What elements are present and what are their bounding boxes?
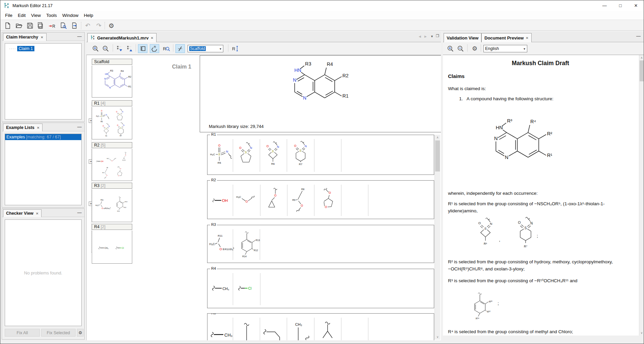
zoom-out-button[interactable]: [101, 44, 110, 53]
rgroup-panel-r1[interactable]: R1: [207, 135, 434, 175]
tab-claim-hierarchy[interactable]: Claim Hierarchy ✕: [3, 33, 47, 41]
preview-zoom-in-button[interactable]: [446, 44, 455, 53]
r5-structure-4[interactable]: CH₃: [288, 317, 312, 340]
thumb-header-scaffold[interactable]: Scaffold: [92, 59, 132, 65]
r2-structure-1[interactable]: [208, 183, 232, 216]
view-mode-combobox[interactable]: Scaffold ▾: [188, 45, 223, 52]
tab-checker-view[interactable]: Checker View ✕: [3, 209, 41, 217]
thumb-scaffold[interactable]: [92, 65, 132, 98]
rgroup-panel-r5[interactable]: R5 CH₃ CH₃: [207, 313, 434, 340]
save-button[interactable]: [25, 21, 35, 30]
scrollbar-thumb[interactable]: [640, 60, 644, 81]
r4-structure-2[interactable]: [234, 274, 257, 301]
r1-structure-4[interactable]: [288, 138, 313, 171]
r5-structure-5[interactable]: [315, 317, 339, 340]
panel-collapse-button[interactable]: —: [77, 34, 82, 39]
r3-structure-1[interactable]: [206, 229, 236, 260]
checker-settings-button[interactable]: ⚙: [77, 329, 84, 337]
r3-structure-2[interactable]: [235, 227, 261, 260]
tab-close-icon[interactable]: ✕: [36, 212, 38, 215]
tab-validation-view[interactable]: Validation View: [444, 33, 481, 42]
language-combobox[interactable]: English ▾: [483, 45, 527, 52]
r2-structure-5[interactable]: [315, 183, 339, 216]
thumb-header-r4[interactable]: R4 [2]: [92, 224, 132, 230]
thumb-header-r3[interactable]: R3 [2]: [92, 183, 132, 189]
scaffold-canvas[interactable]: Markush library size: 29,744: [200, 55, 441, 132]
examples-row[interactable]: Examples [matching: 67 / 67]: [5, 134, 81, 140]
r5-structure-3[interactable]: [261, 317, 285, 340]
tab-close-icon[interactable]: ✕: [37, 126, 39, 130]
scroll-up-icon[interactable]: ∧: [639, 55, 644, 60]
r2-structure-2[interactable]: [234, 183, 258, 216]
preview-settings-button[interactable]: ⚙: [470, 44, 479, 53]
thumb-r4[interactable]: [92, 231, 132, 264]
r1-structure-2[interactable]: [234, 138, 258, 171]
r4-structure-1[interactable]: [208, 274, 232, 301]
menu-window[interactable]: Window: [60, 12, 81, 19]
thumb-header-r2[interactable]: R2 [5]: [92, 142, 132, 148]
scrollbar-thumb[interactable]: [435, 140, 440, 171]
tabs-prev-icon[interactable]: ◀: [419, 35, 421, 38]
tab-example-lists[interactable]: Example Lists ✕: [3, 124, 43, 131]
close-button[interactable]: ✕: [628, 0, 644, 11]
menu-file[interactable]: File: [2, 12, 15, 19]
r5-structure-2[interactable]: [234, 317, 258, 340]
rgroup-panel-r2[interactable]: R2: [207, 180, 434, 219]
thumb-r1[interactable]: [92, 107, 132, 139]
thumb-r3[interactable]: [92, 189, 132, 222]
scroll-down-icon[interactable]: ∨: [435, 334, 440, 340]
thumb-header-r1[interactable]: R1 [4]: [92, 100, 132, 106]
tab-document-preview[interactable]: Document Preview ✕: [481, 33, 532, 42]
rgroup-panel-r4[interactable]: R4: [207, 269, 434, 308]
expand-all-button[interactable]: [115, 44, 124, 53]
collapse-all-button[interactable]: [125, 44, 135, 53]
scroll-up-icon[interactable]: ∧: [435, 135, 440, 140]
tree-item-claim1[interactable]: Claim 1: [17, 46, 34, 51]
panel-collapse-button[interactable]: —: [77, 210, 82, 215]
rgroup-panel-r3[interactable]: R3: [207, 225, 434, 263]
menu-edit[interactable]: Edit: [15, 12, 28, 19]
r1-structure-3[interactable]: [261, 138, 285, 171]
toggle-panel-view-button[interactable]: [138, 44, 147, 53]
panel-collapse-button[interactable]: —: [636, 33, 641, 38]
r2-structure-3[interactable]: [261, 183, 285, 216]
rgroup-query-button[interactable]: R: [162, 44, 171, 53]
minimize-button[interactable]: —: [597, 0, 612, 11]
toggle-rgroup-view-button[interactable]: R: [150, 44, 159, 53]
menu-tools[interactable]: Tools: [44, 12, 60, 19]
fix-selected-button[interactable]: Fix Selected: [41, 329, 76, 337]
rgroup-bridge-button[interactable]: R: [231, 44, 240, 53]
tab-close-icon[interactable]: ✕: [150, 36, 153, 40]
save-all-button[interactable]: [36, 21, 46, 30]
check-document-button[interactable]: [59, 21, 68, 30]
apply-rgroup-button[interactable]: R: [48, 21, 57, 30]
canvas-scrollbar[interactable]: ∧ ∨: [435, 135, 440, 340]
preview-scrollbar[interactable]: ∧ ∨: [639, 55, 644, 336]
tab-close-icon[interactable]: ✕: [40, 35, 43, 39]
toggle-visibility-button[interactable]: [175, 44, 185, 53]
menu-view[interactable]: View: [28, 12, 44, 19]
tabs-list-icon[interactable]: ▼: [430, 35, 433, 38]
zoom-in-button[interactable]: [91, 44, 100, 53]
r2-structure-4[interactable]: [288, 183, 312, 216]
scroll-down-icon[interactable]: ∨: [639, 330, 644, 336]
tabs-next-icon[interactable]: ▶: [424, 35, 427, 38]
tab-close-icon[interactable]: ✕: [526, 36, 528, 40]
tab-generated-markush[interactable]: RR GeneratedMarkush1.mrv ✕: [87, 33, 157, 42]
new-document-button[interactable]: [3, 21, 12, 30]
checker-view-tabbar: Checker View ✕ —: [2, 209, 84, 217]
export-document-button[interactable]: [70, 21, 79, 30]
redo-button[interactable]: ↷: [94, 21, 104, 30]
thumb-r2[interactable]: [92, 149, 132, 181]
r5-structure-1[interactable]: CH₃: [208, 317, 232, 340]
panel-collapse-button[interactable]: —: [77, 124, 82, 129]
settings-button[interactable]: ⚙: [107, 21, 116, 30]
fix-all-button[interactable]: Fix All: [5, 329, 40, 337]
r1-structure-1[interactable]: [208, 138, 232, 171]
undo-button[interactable]: ↶: [83, 21, 92, 30]
open-button[interactable]: [14, 21, 24, 30]
menu-help[interactable]: Help: [81, 12, 96, 19]
maximize-button[interactable]: □: [613, 0, 628, 11]
float-pane-icon[interactable]: ❐: [436, 34, 439, 38]
preview-zoom-out-button[interactable]: [456, 44, 465, 53]
